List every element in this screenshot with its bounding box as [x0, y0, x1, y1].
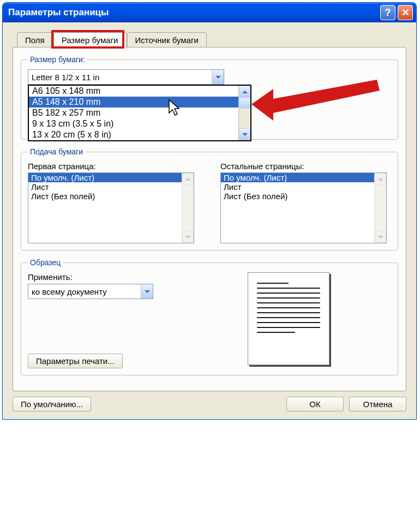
first-page-listbox[interactable]: По умолч. (Лист) Лист Лист (Без полей) [28, 172, 194, 243]
close-icon: ✕ [401, 7, 410, 19]
paper-size-group: Размер бумаги: Letter 8 1/2 x 11 in A6 1… [21, 55, 398, 140]
other-pages-label: Остальные страницы: [220, 162, 391, 171]
listbox-scrollbar [182, 173, 194, 243]
default-button-label: По умолчанию... [21, 399, 83, 409]
ok-button[interactable]: ОК [286, 397, 344, 411]
list-item[interactable]: Лист (Без полей) [221, 192, 374, 201]
listbox-scrollbar [374, 173, 386, 243]
sample-legend: Образец [28, 258, 63, 267]
sample-group: Образец Применить: ко всему документу Па… [21, 258, 398, 375]
paper-size-option[interactable]: 13 x 20 cm (5 x 8 in) [29, 129, 238, 140]
tab-margins[interactable]: Поля [17, 32, 53, 47]
paper-feed-legend: Подача бумаги [28, 147, 85, 156]
window-title: Параметры страницы [8, 7, 378, 18]
tab-page: Размер бумаги: Letter 8 1/2 x 11 in A6 1… [13, 47, 406, 391]
cancel-button[interactable]: Отмена [349, 397, 406, 411]
chevron-down-icon [185, 236, 191, 238]
scroll-up-button[interactable] [239, 86, 250, 98]
chevron-down-icon [145, 290, 150, 293]
list-item[interactable]: По умолч. (Лист) [28, 173, 182, 182]
other-pages-listbox[interactable]: По умолч. (Лист) Лист Лист (Без полей) [220, 172, 387, 243]
chevron-up-icon [378, 178, 383, 181]
page-preview [248, 272, 329, 365]
scroll-thumb[interactable] [239, 98, 250, 109]
scroll-track[interactable] [239, 109, 250, 128]
apply-to-label: Применить: [28, 272, 170, 282]
tab-row: Поля Размер бумаги Источник бумаги [13, 32, 406, 47]
chevron-down-icon [215, 76, 221, 79]
close-button[interactable]: ✕ [398, 5, 413, 20]
paper-size-select[interactable]: Letter 8 1/2 x 11 in [28, 69, 224, 85]
paper-size-select-value: Letter 8 1/2 x 11 in [28, 73, 212, 82]
scroll-track [375, 185, 386, 231]
paper-size-dropdown[interactable]: A6 105 x 148 mm A5 148 x 210 mm B5 182 x… [28, 85, 251, 141]
tab-paper-source-label: Источник бумаги [135, 35, 199, 45]
svg-marker-1 [251, 80, 380, 121]
tab-paper-size-label: Размер бумаги [62, 35, 118, 45]
apply-to-select[interactable]: ко всему документу [28, 284, 153, 299]
paper-size-option[interactable]: A5 148 x 210 mm [29, 97, 238, 108]
tab-margins-label: Поля [25, 35, 45, 45]
paper-size-legend: Размер бумаги: [28, 55, 87, 64]
scroll-down-button [182, 231, 194, 243]
list-item[interactable]: Лист [28, 182, 182, 192]
paper-size-option[interactable]: A6 105 x 148 mm [29, 86, 238, 97]
ok-button-label: ОК [309, 399, 320, 409]
cancel-button-label: Отмена [363, 399, 393, 409]
default-button[interactable]: По умолчанию... [13, 397, 91, 411]
paper-size-select-button[interactable] [212, 70, 224, 84]
chevron-up-icon [185, 178, 191, 181]
scroll-track [182, 185, 194, 231]
tab-paper-source[interactable]: Источник бумаги [127, 32, 207, 47]
paper-size-option[interactable]: B5 182 x 257 mm [29, 108, 238, 118]
apply-to-select-button[interactable] [141, 284, 153, 299]
help-icon: ? [385, 7, 391, 19]
annotation-arrow [251, 77, 388, 142]
paper-size-option[interactable]: 9 x 13 cm (3.5 x 5 in) [29, 118, 238, 129]
first-page-label: Первая страница: [28, 162, 199, 171]
chevron-down-icon [378, 236, 383, 238]
chevron-up-icon [242, 91, 248, 93]
paper-feed-group: Подача бумаги Первая страница: По умолч.… [21, 147, 398, 250]
scroll-up-button [182, 173, 194, 185]
help-button[interactable]: ? [380, 5, 395, 20]
titlebar: Параметры страницы ? ✕ [3, 3, 416, 22]
apply-to-value: ко всему документу [28, 287, 141, 296]
print-options-label: Параметры печати... [36, 356, 115, 366]
print-options-button[interactable]: Параметры печати... [28, 354, 123, 368]
list-item[interactable]: Лист [221, 182, 374, 192]
list-item[interactable]: Лист (Без полей) [28, 192, 182, 201]
chevron-down-icon [242, 133, 248, 136]
scroll-down-button [375, 231, 386, 243]
list-item[interactable]: По умолч. (Лист) [221, 173, 374, 182]
dropdown-scrollbar[interactable] [238, 86, 250, 140]
scroll-down-button[interactable] [239, 128, 250, 140]
page-setup-dialog: Параметры страницы ? ✕ Поля Размер бумаг… [2, 2, 417, 420]
tab-paper-size[interactable]: Размер бумаги [53, 32, 127, 49]
scroll-up-button [375, 173, 386, 185]
